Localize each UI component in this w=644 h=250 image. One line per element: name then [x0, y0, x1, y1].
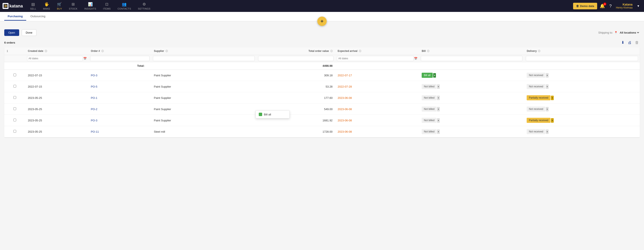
- nav-contacts[interactable]: 👥 CONTACTS: [114, 1, 134, 11]
- nav-stock[interactable]: ⊞ STOCK: [66, 1, 80, 11]
- table-row[interactable]: 2023-05-25 PO-2 Paint Supplier 549.00 20…: [4, 104, 640, 115]
- delete-button[interactable]: 🗑: [634, 39, 640, 46]
- user-dropdown-button[interactable]: ▼: [635, 3, 642, 9]
- row-bill-status[interactable]: Not billed ▾: [419, 115, 524, 126]
- delivery-dropdown-arrow[interactable]: ▾: [546, 107, 548, 111]
- supplier-info-icon: ⓘ: [166, 50, 168, 52]
- table-row[interactable]: 2023-05-25 PO-3 Paint Supplier 1681.92 2…: [4, 115, 640, 126]
- row-order-num[interactable]: PO-11: [88, 126, 152, 137]
- print-button[interactable]: 🖨: [627, 39, 632, 46]
- supplier-filter-input[interactable]: [153, 56, 254, 61]
- export-button[interactable]: ⬇: [620, 39, 625, 46]
- shipping-select[interactable]: All locations: [619, 31, 640, 34]
- delivery-status-badge[interactable]: Not received: [527, 107, 545, 112]
- nav-insights[interactable]: 📊 INSIGHTS: [81, 1, 99, 11]
- bill-status-badge[interactable]: Not billed: [422, 118, 436, 123]
- row-checkbox[interactable]: [14, 85, 16, 88]
- app-name: Katana: [616, 3, 632, 6]
- settings-icon: ⚙: [142, 2, 146, 6]
- delivery-status-badge[interactable]: Not received: [527, 129, 545, 134]
- filter-open-button[interactable]: Open: [4, 29, 19, 36]
- help-button[interactable]: ?: [608, 2, 613, 10]
- bill-dropdown-arrow[interactable]: ▾: [437, 107, 440, 111]
- nav-settings[interactable]: ⚙ SETTINGS: [135, 1, 154, 11]
- row-order-num[interactable]: PO-3: [88, 70, 152, 81]
- items-icon: ⊡: [105, 2, 108, 6]
- row-checkbox[interactable]: [14, 74, 16, 76]
- table-row[interactable]: 2023-05-25 PO-1 Paint Supplier 177.60 20…: [4, 92, 640, 104]
- delivery-filter-input[interactable]: [526, 56, 638, 61]
- row-checkbox[interactable]: [14, 119, 16, 122]
- user-menu[interactable]: Katana Henry Kivimaa: [614, 3, 634, 9]
- bill-dropdown-arrow[interactable]: ▾: [437, 129, 440, 134]
- bill-dropdown-popup[interactable]: Bill all: [256, 110, 290, 119]
- value-filter-input[interactable]: [258, 56, 334, 61]
- row-bill-status[interactable]: Not billed ▾: [419, 126, 524, 137]
- bill-status-badge[interactable]: Not billed: [422, 84, 436, 89]
- bill-dropdown-arrow[interactable]: ▾: [437, 84, 440, 89]
- row-checkbox[interactable]: [14, 96, 16, 99]
- row-checkbox[interactable]: [14, 107, 16, 110]
- bill-dropdown-arrow[interactable]: ▾: [437, 96, 440, 100]
- order-link[interactable]: PO-3: [91, 119, 97, 122]
- row-delivery-status[interactable]: Partially received ▾: [524, 92, 640, 104]
- row-delivery-status[interactable]: Not received ▾: [524, 81, 640, 92]
- row-order-num[interactable]: PO-1: [88, 92, 152, 104]
- notifications-button[interactable]: 🔔 1: [598, 2, 607, 10]
- delivery-dropdown-arrow[interactable]: ▾: [551, 96, 554, 100]
- order-link[interactable]: PO-2: [91, 108, 97, 111]
- demo-data-button[interactable]: 🗑 Demo data: [573, 3, 597, 9]
- table-row[interactable]: 2022-07-15 PO-3 Paint Supplier 309.18 20…: [4, 70, 640, 81]
- row-delivery-status[interactable]: Partially received ▾: [524, 115, 640, 126]
- date-filter-input[interactable]: [27, 56, 83, 61]
- logo[interactable]: katana: [2, 3, 23, 9]
- delivery-status-badge[interactable]: Partially received: [527, 118, 550, 123]
- row-created-date: 2023-05-25: [25, 115, 88, 126]
- row-order-num[interactable]: PO-3: [88, 115, 152, 126]
- row-delivery-status[interactable]: Not received ▾: [524, 104, 640, 115]
- nav-items[interactable]: ⊡ ITEMS: [100, 1, 114, 11]
- nav-items-label: ITEMS: [103, 7, 111, 10]
- delivery-dropdown-arrow[interactable]: ▾: [546, 73, 548, 78]
- delivery-status-badge[interactable]: Not received: [527, 73, 545, 78]
- table-row[interactable]: 2022-07-15 PO-5 Paint Supplier 53.28 202…: [4, 81, 640, 92]
- row-created-date: 2022-07-15: [25, 70, 88, 81]
- filter-done-button[interactable]: Done: [22, 29, 36, 36]
- row-expected-arrival: 2022-07-17: [335, 70, 419, 81]
- row-delivery-status[interactable]: Not received ▾: [524, 126, 640, 137]
- bill-dropdown-arrow[interactable]: ▾: [437, 118, 440, 123]
- bill-status-badge[interactable]: Not billed: [422, 95, 436, 100]
- add-order-button[interactable]: +: [317, 16, 327, 26]
- delivery-dropdown-arrow[interactable]: ▾: [546, 84, 548, 89]
- row-order-num[interactable]: PO-2: [88, 104, 152, 115]
- row-delivery-status[interactable]: Not received ▾: [524, 70, 640, 81]
- arrival-filter-input[interactable]: [337, 56, 414, 61]
- delivery-dropdown-arrow[interactable]: ▾: [546, 129, 548, 134]
- order-link[interactable]: PO-3: [91, 74, 97, 77]
- row-order-num[interactable]: PO-5: [88, 81, 152, 92]
- row-checkbox[interactable]: [14, 130, 16, 133]
- bill-status-badge[interactable]: Not billed: [422, 107, 436, 112]
- header-actions: ⬇ 🖨 🗑: [620, 39, 640, 46]
- nav-buy[interactable]: 🛒 BUY: [54, 1, 65, 11]
- col-header-bill: Bill ⓘ: [419, 47, 524, 55]
- order-link[interactable]: PO-1: [91, 96, 97, 100]
- table-row[interactable]: 2023-05-25 PO-11 Steel mill 1728.00 2023…: [4, 126, 640, 137]
- order-filter-input[interactable]: [90, 56, 150, 61]
- delivery-status-badge[interactable]: Partially received: [527, 95, 550, 100]
- nav-make[interactable]: 🖐 MAKE: [40, 1, 53, 11]
- bill-status-badge[interactable]: Bill all: [422, 73, 432, 78]
- delivery-status-badge[interactable]: Not received: [527, 84, 545, 89]
- row-bill-status[interactable]: Not billed ▾: [419, 92, 524, 104]
- bill-status-badge[interactable]: Not billed: [422, 129, 436, 134]
- row-bill-status[interactable]: Not billed ▾: [419, 81, 524, 92]
- row-bill-status[interactable]: Not billed ▾: [419, 104, 524, 115]
- bill-filter-input[interactable]: [421, 56, 522, 61]
- bill-dropdown-arrow[interactable]: ▾: [433, 73, 436, 78]
- delivery-dropdown-arrow[interactable]: ▾: [551, 118, 554, 123]
- order-link[interactable]: PO-11: [91, 130, 99, 133]
- nav-sell[interactable]: ▤ SELL: [27, 1, 39, 11]
- order-link[interactable]: PO-5: [91, 85, 97, 88]
- table-filter-row: 📅: [4, 55, 640, 62]
- row-bill-status[interactable]: Bill all ▾: [419, 70, 524, 81]
